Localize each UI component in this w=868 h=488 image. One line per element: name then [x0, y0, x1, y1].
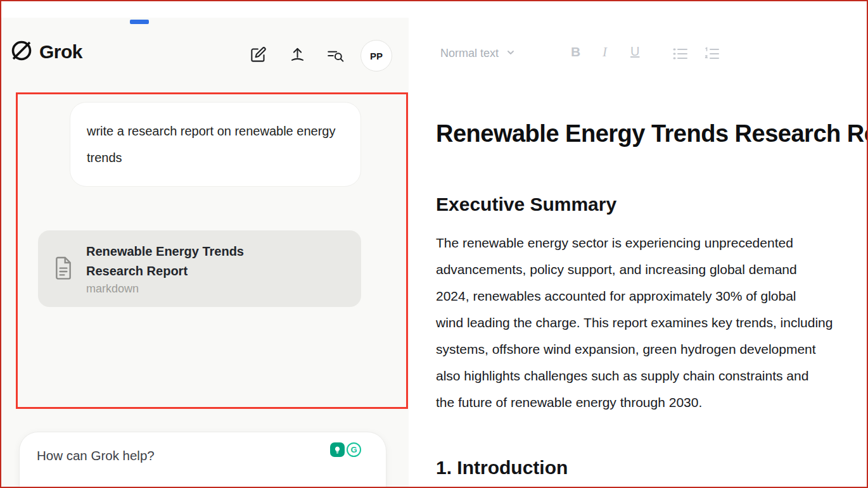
- paragraph-style-value: Normal text: [440, 47, 499, 60]
- paragraph-line: The renewable energy sector is experienc…: [436, 230, 833, 256]
- heading-introduction: 1. Introduction: [436, 457, 568, 479]
- search-list-icon: [326, 47, 345, 65]
- avatar-initials: PP: [370, 51, 383, 61]
- heading-executive-summary: Executive Summary: [436, 194, 616, 215]
- paragraph-line: advancements, policy support, and increa…: [436, 256, 833, 283]
- search-history-button[interactable]: [324, 46, 346, 66]
- document-title: Renewable Energy Trends Research Report: [436, 120, 868, 147]
- file-card-type: markdown: [86, 282, 283, 296]
- document-icon: [53, 256, 73, 282]
- share-upload-button[interactable]: [286, 46, 308, 66]
- user-message-text: write a research report on renewable ene…: [87, 118, 353, 171]
- paragraph-line: 2024, renewables accounted for approxima…: [436, 283, 833, 310]
- chevron-down-icon: [506, 47, 515, 60]
- paragraph-line: also highlights challenges such as suppl…: [436, 363, 833, 389]
- numbered-list-icon: [704, 53, 720, 63]
- grammarly-icon[interactable]: G: [347, 442, 361, 457]
- document-canvas[interactable]: Renewable Energy Trends Research Report …: [409, 82, 868, 488]
- chat-input[interactable]: How can Grok help? G: [19, 432, 386, 488]
- executive-summary-paragraph: The renewable energy sector is experienc…: [436, 230, 833, 416]
- bold-button[interactable]: B: [571, 44, 580, 59]
- grok-logo-icon: [9, 38, 34, 66]
- underline-button[interactable]: U: [630, 44, 639, 59]
- blue-cursor-artifact: [130, 20, 149, 24]
- lightbulb-icon[interactable]: [330, 442, 345, 457]
- grok-brand: Grok: [9, 38, 82, 66]
- user-avatar[interactable]: PP: [361, 40, 392, 72]
- user-message-bubble: write a research report on renewable ene…: [70, 102, 361, 187]
- file-card-title: Renewable Energy Trends Research Report: [86, 242, 283, 281]
- top-strip: [0, 0, 868, 18]
- italic-button[interactable]: I: [603, 44, 607, 60]
- paragraph-line: wind leading the charge. This report exa…: [436, 310, 833, 336]
- browser-extension-icons: G: [330, 442, 361, 457]
- compose-icon: [250, 46, 267, 65]
- bullet-list-icon: [672, 53, 689, 63]
- numbered-list-button[interactable]: [704, 47, 720, 63]
- file-card-text: Renewable Energy Trends Research Report …: [86, 242, 283, 296]
- generated-file-card[interactable]: Renewable Energy Trends Research Report …: [38, 230, 361, 307]
- paragraph-line: systems, offshore wind expansion, green …: [436, 336, 833, 363]
- grok-sidebar: Grok PP: [0, 0, 409, 488]
- chat-input-placeholder: How can Grok help?: [37, 448, 155, 463]
- document-editor-panel: Normal text B I U Renewable Energy Trend…: [409, 0, 868, 488]
- paragraph-style-dropdown[interactable]: Normal text: [440, 47, 515, 60]
- paragraph-line: the future of renewable energy through 2…: [436, 389, 833, 416]
- new-chat-button[interactable]: [247, 46, 269, 66]
- upload-icon: [289, 46, 306, 65]
- bullet-list-button[interactable]: [672, 47, 689, 63]
- grok-wordmark: Grok: [39, 41, 82, 63]
